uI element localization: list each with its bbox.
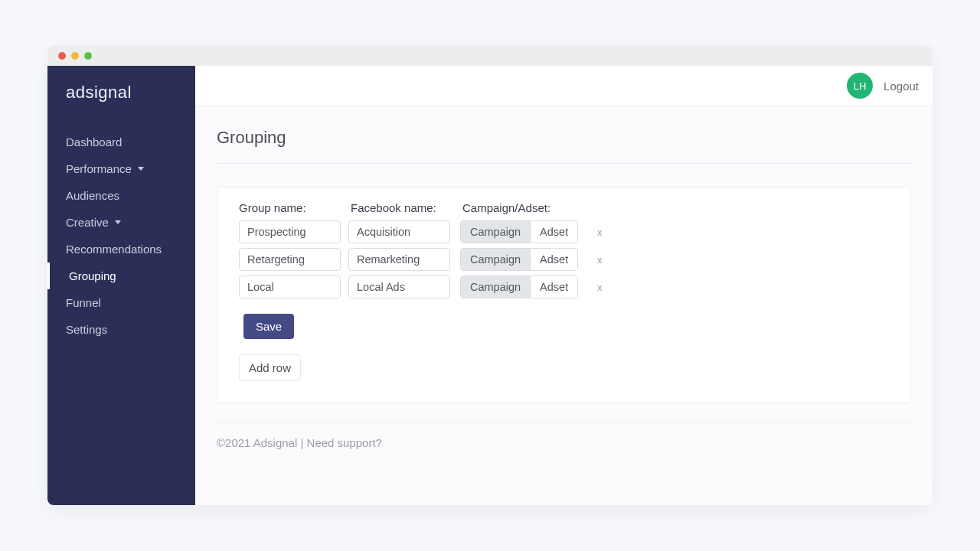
table-row: CampaignAdsetx bbox=[239, 220, 889, 243]
sidebar-item-dashboard[interactable]: Dashboard bbox=[47, 129, 195, 155]
sidebar-item-performance[interactable]: Performance bbox=[47, 155, 195, 182]
window-frame: adsignal DashboardPerformanceAudiencesCr… bbox=[47, 46, 933, 505]
sidebar-item-audiences[interactable]: Audiences bbox=[47, 182, 195, 209]
group-name-input[interactable] bbox=[239, 220, 341, 243]
logout-link[interactable]: Logout bbox=[884, 80, 919, 93]
sidebar: adsignal DashboardPerformanceAudiencesCr… bbox=[47, 66, 195, 505]
sidebar-item-settings[interactable]: Settings bbox=[47, 316, 195, 343]
window-titlebar bbox=[47, 46, 933, 66]
sidebar-item-label: Creative bbox=[66, 216, 109, 229]
chevron-down-icon bbox=[115, 220, 121, 224]
sidebar-item-label: Grouping bbox=[69, 269, 116, 282]
facebook-name-input[interactable] bbox=[348, 248, 450, 271]
sidebar-item-funnel[interactable]: Funnel bbox=[47, 289, 195, 316]
sidebar-item-label: Settings bbox=[66, 323, 107, 336]
toggle-option-campaign[interactable]: Campaign bbox=[461, 276, 530, 298]
delete-row-icon[interactable]: x bbox=[593, 254, 606, 266]
campaign-adset-toggle: CampaignAdset bbox=[460, 220, 578, 243]
support-link[interactable]: Need support? bbox=[307, 436, 382, 449]
grouping-card: Group name: Facebook name: Campaign/Adse… bbox=[217, 187, 911, 403]
toggle-option-campaign[interactable]: Campaign bbox=[461, 221, 530, 243]
delete-row-icon[interactable]: x bbox=[593, 282, 606, 293]
col-header-group-name: Group name: bbox=[239, 201, 341, 214]
window-minimize-icon[interactable] bbox=[71, 52, 79, 60]
footer: ©2021 Adsignal | Need support? bbox=[217, 422, 911, 449]
grid-header: Group name: Facebook name: Campaign/Adse… bbox=[239, 201, 889, 214]
footer-copyright: ©2021 Adsignal bbox=[217, 436, 297, 449]
window-close-icon[interactable] bbox=[58, 52, 66, 60]
chevron-down-icon bbox=[138, 167, 144, 171]
topbar: LH Logout bbox=[195, 66, 933, 106]
delete-row-icon[interactable]: x bbox=[593, 227, 606, 238]
toggle-option-adset[interactable]: Adset bbox=[530, 249, 577, 270]
avatar[interactable]: LH bbox=[847, 73, 873, 99]
sidebar-item-label: Performance bbox=[66, 162, 132, 175]
table-row: CampaignAdsetx bbox=[239, 248, 889, 271]
main-area: LH Logout Grouping Group name: Facebook … bbox=[195, 66, 933, 505]
group-name-input[interactable] bbox=[239, 248, 341, 271]
content: Grouping Group name: Facebook name: Camp… bbox=[195, 106, 933, 505]
campaign-adset-toggle: CampaignAdset bbox=[460, 248, 578, 271]
toggle-option-adset[interactable]: Adset bbox=[530, 221, 577, 243]
facebook-name-input[interactable] bbox=[348, 220, 450, 243]
footer-separator: | bbox=[297, 436, 306, 449]
col-header-campaign-adset: Campaign/Adset: bbox=[462, 201, 577, 214]
brand-logo: adsignal bbox=[47, 66, 195, 129]
toggle-option-campaign[interactable]: Campaign bbox=[461, 249, 530, 270]
save-button[interactable]: Save bbox=[243, 314, 294, 339]
sidebar-nav: DashboardPerformanceAudiencesCreativeRec… bbox=[47, 129, 195, 343]
sidebar-item-label: Dashboard bbox=[66, 135, 122, 148]
sidebar-item-creative[interactable]: Creative bbox=[47, 209, 195, 236]
app-root: adsignal DashboardPerformanceAudiencesCr… bbox=[47, 66, 933, 505]
table-row: CampaignAdsetx bbox=[239, 276, 889, 298]
sidebar-item-label: Audiences bbox=[66, 189, 119, 202]
sidebar-item-label: Recommendations bbox=[66, 243, 162, 256]
grid-rows: CampaignAdsetxCampaignAdsetxCampaignAdse… bbox=[239, 220, 889, 298]
page-title: Grouping bbox=[217, 128, 911, 164]
group-name-input[interactable] bbox=[239, 276, 341, 298]
facebook-name-input[interactable] bbox=[348, 276, 450, 298]
add-row-button[interactable]: Add row bbox=[239, 354, 301, 381]
campaign-adset-toggle: CampaignAdset bbox=[460, 276, 578, 298]
toggle-option-adset[interactable]: Adset bbox=[530, 276, 577, 298]
sidebar-item-grouping[interactable]: Grouping bbox=[47, 262, 195, 289]
window-zoom-icon[interactable] bbox=[84, 52, 92, 60]
col-header-facebook-name: Facebook name: bbox=[351, 201, 452, 214]
sidebar-item-recommendations[interactable]: Recommendations bbox=[47, 236, 195, 262]
sidebar-item-label: Funnel bbox=[66, 296, 101, 309]
